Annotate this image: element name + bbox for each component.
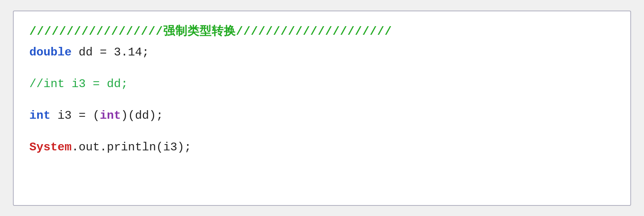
line-int-i3-cast: int i3 = (int)(dd); [29, 107, 615, 125]
cast-type-int: int [100, 109, 121, 122]
line-system-out: System.out.println(i3); [29, 139, 615, 156]
line3-cast-open: ( [93, 109, 100, 122]
line1-rest: dd = 3.14; [72, 46, 149, 59]
header-title: 强制类型转换 [163, 25, 236, 38]
line4-rest: .out.println(i3); [72, 141, 191, 154]
line-comment-int-i3: //int i3 = dd; [29, 75, 615, 93]
blank-line-3 [29, 128, 615, 139]
line-double-dd: double dd = 3.14; [29, 44, 615, 61]
header-slashes-right: ///////////////////// [236, 25, 392, 38]
blank-line-1 [29, 64, 615, 75]
header-comment-line: //////////////////强制类型转换////////////////… [29, 23, 615, 41]
code-container: //////////////////强制类型转换////////////////… [13, 11, 631, 206]
header-slashes-left: ////////////////// [29, 25, 163, 38]
line3-rest1: i3 = [50, 109, 93, 122]
line3-cast-close: ) [121, 109, 128, 122]
keyword-system: System [29, 141, 72, 154]
keyword-int: int [29, 109, 50, 122]
blank-line-2 [29, 96, 615, 107]
keyword-double: double [29, 46, 72, 59]
line3-rest2: (dd); [128, 109, 163, 122]
comment-line: //int i3 = dd; [29, 77, 128, 91]
